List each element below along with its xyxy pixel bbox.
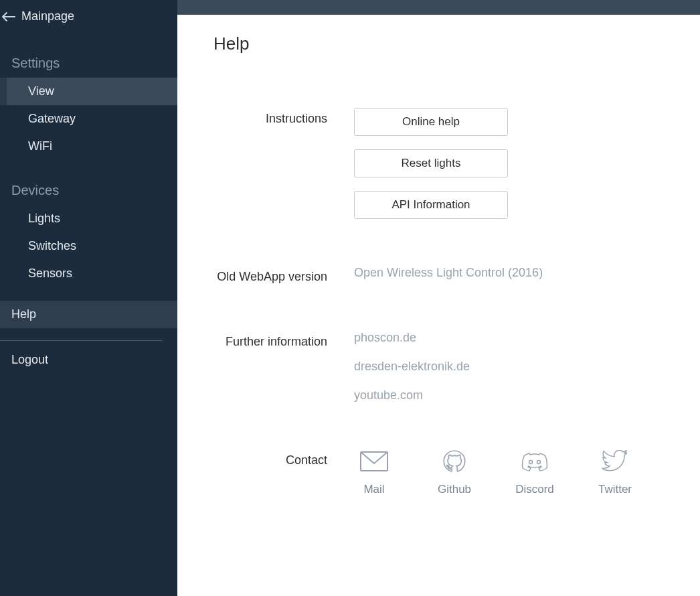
page-title: Help	[213, 33, 664, 54]
contact-discord-label: Discord	[515, 483, 554, 496]
contact-discord[interactable]: Discord	[515, 449, 555, 496]
github-icon	[440, 449, 469, 473]
nav-item-sensors[interactable]: Sensors	[0, 260, 177, 287]
content: Help Instructions Online help Reset ligh…	[177, 15, 700, 596]
button-online-help[interactable]: Online help	[354, 108, 508, 136]
sidebar: Mainpage Settings View Gateway WiFi Devi…	[0, 0, 177, 596]
contact-github-label: Github	[438, 483, 471, 496]
row-instructions: Instructions Online help Reset lights AP…	[213, 108, 664, 219]
discord-icon	[520, 449, 549, 473]
main-area: Help Instructions Online help Reset ligh…	[177, 0, 700, 596]
button-reset-lights[interactable]: Reset lights	[354, 149, 508, 177]
contact-twitter-label: Twitter	[598, 483, 632, 496]
topbar	[177, 0, 700, 15]
nav-item-wifi[interactable]: WiFi	[0, 133, 177, 160]
nav-item-view[interactable]: View	[0, 78, 177, 105]
label-instructions: Instructions	[213, 108, 354, 219]
old-webapp-content: Open Wireless Light Control (2016)	[354, 266, 664, 284]
nav-item-help[interactable]: Help	[0, 301, 177, 328]
row-contact: Contact Mail Github	[213, 449, 664, 496]
twitter-icon	[600, 449, 630, 473]
contact-mail-label: Mail	[363, 483, 384, 496]
instructions-buttons: Online help Reset lights API Information	[354, 108, 664, 219]
row-old-webapp: Old WebApp version Open Wireless Light C…	[213, 266, 664, 284]
section-header-devices: Devices	[0, 160, 177, 205]
nav-item-logout[interactable]: Logout	[0, 341, 177, 374]
svg-point-2	[537, 461, 541, 464]
contact-items: Mail Github Discord	[354, 449, 664, 496]
further-info-links: phoscon.de dresden-elektronik.de youtube…	[354, 331, 664, 402]
back-to-mainpage[interactable]: Mainpage	[0, 0, 177, 33]
link-dresden-elektronik[interactable]: dresden-elektronik.de	[354, 360, 664, 374]
back-arrow-icon	[0, 11, 16, 22]
link-phoscon[interactable]: phoscon.de	[354, 331, 664, 345]
svg-point-1	[529, 461, 533, 464]
section-header-settings: Settings	[0, 33, 177, 78]
contact-mail[interactable]: Mail	[354, 449, 394, 496]
link-youtube[interactable]: youtube.com	[354, 388, 664, 402]
contact-github[interactable]: Github	[434, 449, 474, 496]
label-contact: Contact	[213, 449, 354, 496]
mail-icon	[359, 449, 389, 473]
label-old-webapp: Old WebApp version	[213, 266, 354, 284]
link-old-webapp[interactable]: Open Wireless Light Control (2016)	[354, 266, 664, 280]
label-further-info: Further information	[213, 331, 354, 402]
contact-twitter[interactable]: Twitter	[595, 449, 635, 496]
back-label: Mainpage	[21, 9, 74, 23]
nav-item-gateway[interactable]: Gateway	[0, 105, 177, 133]
button-api-information[interactable]: API Information	[354, 191, 508, 219]
row-further-info: Further information phoscon.de dresden-e…	[213, 331, 664, 402]
nav-item-lights[interactable]: Lights	[0, 205, 177, 232]
nav-item-switches[interactable]: Switches	[0, 232, 177, 260]
